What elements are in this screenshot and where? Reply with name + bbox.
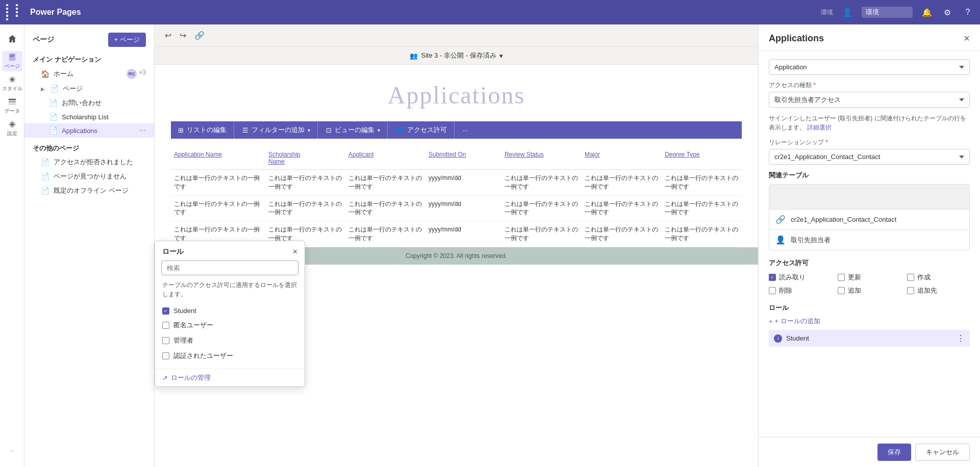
- sidebar-item-home[interactable]: [2, 29, 22, 49]
- cb-append[interactable]: [838, 287, 845, 294]
- table-cell-6: これは単一行のテキストの一例です: [662, 195, 742, 221]
- site-bar-text: Site 3 - 非公開 - 保存済み: [421, 51, 496, 60]
- undo-button[interactable]: ↩: [163, 29, 173, 42]
- role-popup: ロール × テーブルのアクセス許可に適用するロールを選択します。 ✓ Stude…: [155, 241, 305, 387]
- cb-admin[interactable]: [162, 337, 169, 344]
- sidebar-item-page[interactable]: ページ: [2, 51, 22, 71]
- col-scholarship-line2: Name: [268, 158, 285, 165]
- add-filter-btn[interactable]: ☰ フィルターの追加 ▾: [235, 121, 318, 139]
- nav-item-more-icon[interactable]: ···: [139, 126, 146, 135]
- col-app-name[interactable]: Application Name: [171, 147, 265, 170]
- sidebar-item-settings[interactable]: 設定: [2, 118, 22, 139]
- relationship-label: リレーションシップ *: [769, 138, 970, 147]
- col-major[interactable]: Major: [582, 147, 662, 170]
- popup-role-list: ✓ Student 匿名ユーザー 管理者 認証されたユーザー: [155, 304, 305, 369]
- edit-list-label: リストの編集: [187, 125, 227, 135]
- perm-delete[interactable]: 削除: [769, 286, 832, 295]
- page-icon-applications: 📄: [49, 126, 58, 135]
- rt-relationship-name: cr2e1_Application_Contact_Contact: [791, 216, 896, 223]
- cb-create[interactable]: [907, 274, 914, 281]
- popup-role-admin[interactable]: 管理者: [162, 333, 297, 348]
- role-search-input[interactable]: [161, 261, 298, 275]
- nav-item-pages[interactable]: ▶ 📄 ページ: [24, 82, 154, 96]
- cb-authenticated[interactable]: [162, 352, 169, 359]
- access-detail-link[interactable]: 詳細選択: [807, 124, 832, 131]
- nav-item-contact[interactable]: 📄 お問い合わせ: [24, 96, 154, 110]
- other-page-icon-2: 📄: [41, 187, 49, 195]
- settings-icon[interactable]: ⚙: [941, 6, 953, 18]
- popup-role-anonymous[interactable]: 匿名ユーザー: [162, 318, 297, 333]
- perm-create-label: 作成: [917, 273, 931, 282]
- table-cell-5: これは単一行のテキストの一例です: [582, 221, 662, 247]
- redo-button[interactable]: ↪: [178, 29, 188, 42]
- manage-roles-link[interactable]: ↗ ロールの管理: [155, 369, 305, 386]
- cb-student[interactable]: ✓: [162, 307, 169, 315]
- env-label: 環境: [821, 8, 833, 17]
- nav-item-scholarship-label: Scholarship List: [62, 113, 109, 121]
- perm-read[interactable]: ✓ 読み取り: [769, 273, 832, 282]
- popup-description: テーブルのアクセス許可に適用するロールを選択します。: [155, 280, 305, 304]
- role-badge-more-icon[interactable]: ⋮: [957, 333, 965, 343]
- nav-other-item-2[interactable]: 📄 既定のオフライン ページ: [24, 184, 154, 198]
- rt-contact-name: 取引先担当者: [791, 236, 831, 245]
- page-icon-scholarship: 📄: [49, 113, 58, 121]
- nav-item-scholarship[interactable]: 📄 Scholarship List: [24, 110, 154, 123]
- link-button[interactable]: 🔗: [192, 29, 207, 42]
- role-add-btn[interactable]: + + ロールの追加: [769, 317, 970, 326]
- popup-role-anonymous-label: 匿名ユーザー: [173, 321, 213, 330]
- perm-update[interactable]: 更新: [838, 273, 900, 282]
- cb-anonymous[interactable]: [162, 322, 169, 329]
- table-dropdown[interactable]: Application: [769, 59, 970, 75]
- list-toolbar: ⊞ リストの編集 ☰ フィルターの追加 ▾ ⊡ ビューの編集 ▾ 👤: [171, 121, 742, 139]
- cb-update[interactable]: [838, 274, 845, 281]
- home-icon: 🏠: [41, 70, 49, 78]
- perm-create[interactable]: 作成: [907, 273, 970, 282]
- popup-title: ロール: [162, 247, 184, 256]
- popup-close-button[interactable]: ×: [293, 247, 297, 256]
- access-btn[interactable]: 👤 アクセス許可: [389, 121, 455, 139]
- table-row: これは単一行のテキストの一例ですこれは単一行のテキストの一例ですこれは単一行のテ…: [171, 195, 742, 221]
- edit-list-btn[interactable]: ⊞ リストの編集: [171, 121, 234, 139]
- help-icon[interactable]: ?: [962, 6, 974, 18]
- add-page-button[interactable]: + ページ: [108, 33, 146, 47]
- edit-view-btn[interactable]: ⊡ ビューの編集 ▾: [319, 121, 388, 139]
- nav-other-item-1[interactable]: 📄 ページが見つかりません: [24, 169, 154, 184]
- filter-icon: ☰: [242, 126, 248, 134]
- col-applicant[interactable]: Applicant: [345, 147, 425, 170]
- sidebar-item-style[interactable]: スタイル: [2, 73, 22, 94]
- notification-icon[interactable]: 🔔: [921, 6, 933, 18]
- other-page-icon-0: 📄: [41, 158, 49, 166]
- nav-item-home[interactable]: 🏠 ホーム RC +3: [24, 66, 154, 82]
- sidebar-label-settings: 設定: [7, 130, 17, 137]
- rt-item-link: 🔗 cr2e1_Application_Contact_Contact: [769, 209, 969, 229]
- sidebar-label-data: データ: [5, 108, 20, 115]
- user-icon[interactable]: 👤: [841, 6, 853, 18]
- col-review[interactable]: Review Status: [501, 147, 582, 170]
- access-type-dropdown[interactable]: 取引先担当者アクセス: [769, 92, 970, 108]
- perm-append-to[interactable]: 追加先: [907, 286, 970, 295]
- sidebar-item-data[interactable]: データ: [2, 96, 22, 116]
- sidebar-item-more[interactable]: ···: [2, 440, 22, 461]
- popup-role-student[interactable]: ✓ Student: [162, 304, 297, 318]
- cb-read[interactable]: ✓: [769, 274, 776, 281]
- popup-role-authenticated[interactable]: 認証されたユーザー: [162, 348, 297, 364]
- save-button[interactable]: 保存: [877, 444, 911, 461]
- cb-delete[interactable]: [769, 287, 776, 294]
- cancel-button[interactable]: キャンセル: [915, 444, 970, 461]
- app-grid-icon[interactable]: [6, 4, 24, 20]
- nav-other-item-0[interactable]: 📄 アクセスが拒否されました: [24, 155, 154, 169]
- perm-append[interactable]: 追加: [838, 286, 900, 295]
- col-scholarship[interactable]: Scholarship Name: [265, 147, 345, 170]
- cb-append-to[interactable]: [907, 287, 914, 294]
- table-cell-4: これは単一行のテキストの一例です: [501, 221, 582, 247]
- env-selector[interactable]: 環境: [862, 7, 913, 18]
- role-badge-left: i Student: [774, 334, 809, 343]
- col-degree[interactable]: Degree Type: [662, 147, 742, 170]
- topbar-right: 環境 👤 環境 🔔 ⚙ ?: [821, 6, 974, 18]
- relationship-dropdown[interactable]: cr2e1_Application_Contact_Contact: [769, 149, 970, 165]
- more-btn[interactable]: ···: [456, 122, 475, 138]
- col-submitted[interactable]: Submitted On: [425, 147, 501, 170]
- nav-item-applications[interactable]: 📄 Applications ···: [24, 123, 154, 138]
- svg-rect-5: [8, 99, 15, 100]
- rp-close-button[interactable]: ×: [964, 33, 970, 44]
